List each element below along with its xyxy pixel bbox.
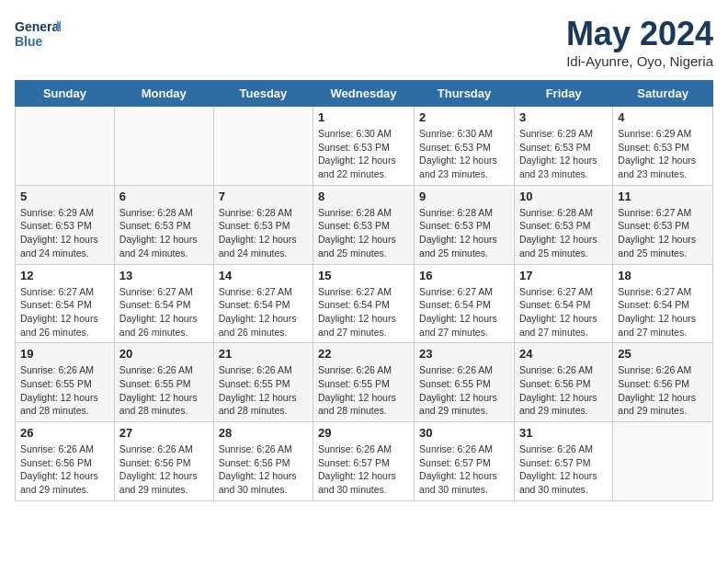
day-number: 14 [219, 269, 308, 282]
col-thursday: Thursday [415, 81, 515, 107]
day-info: Sunrise: 6:27 AM Sunset: 6:54 PM Dayligh… [618, 285, 708, 339]
cell-1-6: 11 Sunrise: 6:27 AM Sunset: 6:53 PM Dayl… [613, 185, 713, 264]
cell-1-0: 5 Sunrise: 6:29 AM Sunset: 6:53 PM Dayli… [16, 185, 115, 264]
day-info: Sunrise: 6:28 AM Sunset: 6:53 PM Dayligh… [519, 206, 608, 260]
cell-4-3: 29 Sunrise: 6:26 AM Sunset: 6:57 PM Dayl… [313, 422, 415, 501]
cell-2-5: 17 Sunrise: 6:27 AM Sunset: 6:54 PM Dayl… [514, 264, 612, 343]
col-sunday: Sunday [16, 81, 115, 107]
day-info: Sunrise: 6:26 AM Sunset: 6:55 PM Dayligh… [318, 363, 409, 418]
svg-text:Blue: Blue [15, 34, 43, 49]
day-number: 3 [519, 110, 608, 124]
cell-2-6: 18 Sunrise: 6:27 AM Sunset: 6:54 PM Dayl… [613, 264, 713, 343]
calendar-table: Sunday Monday Tuesday Wednesday Thursday… [15, 80, 713, 501]
cell-0-5: 3 Sunrise: 6:29 AM Sunset: 6:53 PM Dayli… [514, 107, 612, 186]
header-row: Sunday Monday Tuesday Wednesday Thursday… [16, 81, 713, 107]
day-number: 7 [219, 190, 308, 203]
day-number: 17 [519, 269, 608, 282]
month-title: May 2024 [566, 15, 713, 53]
cell-2-0: 12 Sunrise: 6:27 AM Sunset: 6:54 PM Dayl… [16, 264, 115, 343]
title-section: May 2024 Idi-Ayunre, Oyo, Nigeria [566, 15, 713, 69]
day-info: Sunrise: 6:26 AM Sunset: 6:56 PM Dayligh… [219, 442, 308, 497]
day-info: Sunrise: 6:30 AM Sunset: 6:53 PM Dayligh… [419, 127, 509, 181]
day-info: Sunrise: 6:28 AM Sunset: 6:53 PM Dayligh… [419, 206, 509, 260]
cell-1-1: 6 Sunrise: 6:28 AM Sunset: 6:53 PM Dayli… [114, 185, 213, 264]
day-info: Sunrise: 6:26 AM Sunset: 6:55 PM Dayligh… [419, 363, 509, 418]
day-number: 13 [119, 269, 209, 282]
day-info: Sunrise: 6:26 AM Sunset: 6:56 PM Dayligh… [20, 442, 109, 497]
day-number: 22 [318, 347, 409, 361]
day-info: Sunrise: 6:28 AM Sunset: 6:53 PM Dayligh… [219, 206, 308, 260]
cell-0-2 [213, 107, 313, 186]
day-number: 27 [119, 426, 209, 440]
day-number: 19 [20, 347, 109, 361]
day-number: 16 [419, 269, 509, 282]
day-number: 12 [20, 269, 109, 282]
day-number: 30 [419, 426, 509, 440]
page-header: General Blue May 2024 Idi-Ayunre, Oyo, N… [15, 15, 713, 69]
day-info: Sunrise: 6:29 AM Sunset: 6:53 PM Dayligh… [519, 127, 608, 181]
day-number: 20 [119, 347, 209, 361]
day-number: 10 [519, 190, 608, 203]
location-subtitle: Idi-Ayunre, Oyo, Nigeria [566, 53, 713, 69]
cell-3-4: 23 Sunrise: 6:26 AM Sunset: 6:55 PM Dayl… [415, 343, 515, 422]
cell-4-6 [613, 422, 713, 501]
svg-text:General: General [15, 19, 61, 34]
col-monday: Monday [114, 81, 213, 107]
day-number: 8 [318, 190, 409, 203]
day-number: 26 [20, 426, 109, 440]
day-info: Sunrise: 6:28 AM Sunset: 6:53 PM Dayligh… [119, 206, 209, 260]
day-number: 21 [219, 347, 308, 361]
day-number: 18 [618, 269, 708, 282]
day-info: Sunrise: 6:27 AM Sunset: 6:54 PM Dayligh… [219, 285, 308, 339]
day-number: 31 [519, 426, 608, 440]
cell-4-5: 31 Sunrise: 6:26 AM Sunset: 6:57 PM Dayl… [514, 422, 612, 501]
day-info: Sunrise: 6:26 AM Sunset: 6:57 PM Dayligh… [419, 442, 509, 497]
day-info: Sunrise: 6:27 AM Sunset: 6:54 PM Dayligh… [119, 285, 209, 339]
day-info: Sunrise: 6:26 AM Sunset: 6:55 PM Dayligh… [20, 363, 109, 418]
day-number: 2 [419, 110, 509, 124]
cell-0-6: 4 Sunrise: 6:29 AM Sunset: 6:53 PM Dayli… [613, 107, 713, 186]
day-info: Sunrise: 6:26 AM Sunset: 6:55 PM Dayligh… [119, 363, 209, 418]
cell-2-4: 16 Sunrise: 6:27 AM Sunset: 6:54 PM Dayl… [415, 264, 515, 343]
day-number: 6 [119, 190, 209, 203]
week-row-1: 1 Sunrise: 6:30 AM Sunset: 6:53 PM Dayli… [16, 107, 713, 186]
col-saturday: Saturday [613, 81, 713, 107]
day-info: Sunrise: 6:29 AM Sunset: 6:53 PM Dayligh… [20, 206, 109, 260]
cell-2-3: 15 Sunrise: 6:27 AM Sunset: 6:54 PM Dayl… [313, 264, 415, 343]
day-number: 5 [20, 190, 109, 203]
day-number: 11 [618, 190, 708, 203]
day-info: Sunrise: 6:27 AM Sunset: 6:54 PM Dayligh… [318, 285, 409, 339]
cell-2-1: 13 Sunrise: 6:27 AM Sunset: 6:54 PM Dayl… [114, 264, 213, 343]
col-tuesday: Tuesday [213, 81, 313, 107]
day-number: 25 [618, 347, 708, 361]
day-number: 15 [318, 269, 409, 282]
cell-1-4: 9 Sunrise: 6:28 AM Sunset: 6:53 PM Dayli… [415, 185, 515, 264]
day-info: Sunrise: 6:26 AM Sunset: 6:56 PM Dayligh… [119, 442, 209, 497]
logo: General Blue [15, 15, 61, 52]
day-info: Sunrise: 6:29 AM Sunset: 6:53 PM Dayligh… [618, 127, 708, 181]
day-number: 28 [219, 426, 308, 440]
day-info: Sunrise: 6:26 AM Sunset: 6:56 PM Dayligh… [519, 363, 608, 418]
cell-0-3: 1 Sunrise: 6:30 AM Sunset: 6:53 PM Dayli… [313, 107, 415, 186]
day-info: Sunrise: 6:27 AM Sunset: 6:53 PM Dayligh… [618, 206, 708, 260]
day-number: 29 [318, 426, 409, 440]
day-info: Sunrise: 6:27 AM Sunset: 6:54 PM Dayligh… [20, 285, 109, 339]
cell-3-3: 22 Sunrise: 6:26 AM Sunset: 6:55 PM Dayl… [313, 343, 415, 422]
cell-0-0 [16, 107, 115, 186]
week-row-3: 12 Sunrise: 6:27 AM Sunset: 6:54 PM Dayl… [16, 264, 713, 343]
day-number: 9 [419, 190, 509, 203]
cell-4-1: 27 Sunrise: 6:26 AM Sunset: 6:56 PM Dayl… [114, 422, 213, 501]
day-info: Sunrise: 6:26 AM Sunset: 6:56 PM Dayligh… [618, 363, 708, 418]
day-number: 1 [318, 110, 409, 124]
day-info: Sunrise: 6:28 AM Sunset: 6:53 PM Dayligh… [318, 206, 409, 260]
cell-3-1: 20 Sunrise: 6:26 AM Sunset: 6:55 PM Dayl… [114, 343, 213, 422]
cell-4-0: 26 Sunrise: 6:26 AM Sunset: 6:56 PM Dayl… [16, 422, 115, 501]
week-row-4: 19 Sunrise: 6:26 AM Sunset: 6:55 PM Dayl… [16, 343, 713, 422]
cell-3-6: 25 Sunrise: 6:26 AM Sunset: 6:56 PM Dayl… [613, 343, 713, 422]
day-info: Sunrise: 6:26 AM Sunset: 6:55 PM Dayligh… [219, 363, 308, 418]
day-number: 24 [519, 347, 608, 361]
cell-3-5: 24 Sunrise: 6:26 AM Sunset: 6:56 PM Dayl… [514, 343, 612, 422]
cell-0-1 [114, 107, 213, 186]
cell-2-2: 14 Sunrise: 6:27 AM Sunset: 6:54 PM Dayl… [213, 264, 313, 343]
cell-4-2: 28 Sunrise: 6:26 AM Sunset: 6:56 PM Dayl… [213, 422, 313, 501]
